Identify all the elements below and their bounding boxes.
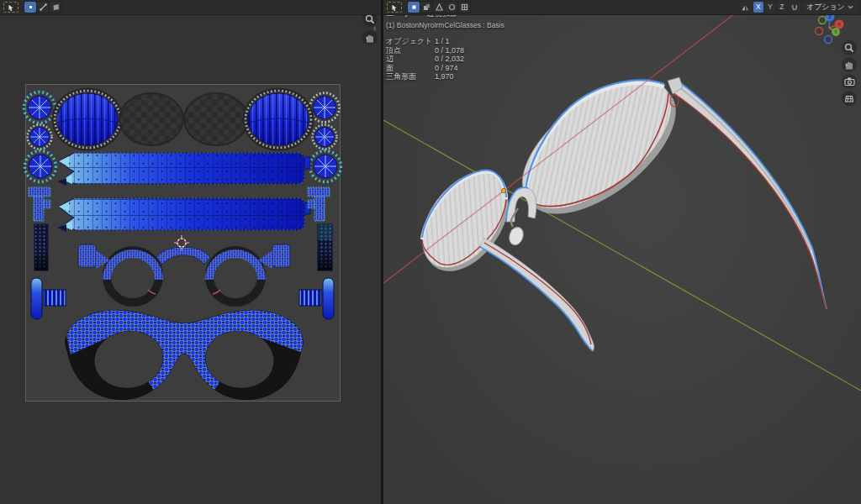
viewport-nav-gizmos xyxy=(842,40,857,106)
blender-window: ‹ xyxy=(0,0,861,504)
camera-icon[interactable] xyxy=(842,74,857,89)
right-temple-arm[interactable] xyxy=(673,81,827,309)
uv-select-mode-edge-button[interactable] xyxy=(37,2,49,13)
svg-text:Z: Z xyxy=(828,14,832,19)
uv-edge-select-icon xyxy=(40,3,47,11)
magnet-icon[interactable] xyxy=(789,2,800,13)
pan-icon[interactable] xyxy=(842,57,857,72)
viewport-mode-button-1[interactable] xyxy=(408,2,420,13)
gizmo-y-neg-axis[interactable] xyxy=(819,17,827,24)
mirror-x-toggle[interactable]: X xyxy=(753,2,763,13)
uv-transparent-lens[interactable] xyxy=(184,93,248,145)
viewport-canvas[interactable] xyxy=(383,0,861,504)
viewport-mode-group xyxy=(407,1,471,13)
uv-editor-header xyxy=(0,0,381,15)
options-dropdown[interactable]: オプション xyxy=(802,2,858,13)
perspective-icon[interactable] xyxy=(842,91,857,106)
tweak-cursor-icon xyxy=(390,3,399,12)
chevron-down-icon xyxy=(848,5,853,9)
toolbar-expand-chevron[interactable]: ‹ xyxy=(373,24,376,33)
uv-transparent-lens[interactable] xyxy=(119,93,183,145)
uv-editor-area: ‹ xyxy=(0,0,381,504)
mirror-z-toggle[interactable]: Z xyxy=(777,2,787,13)
uv-island-strip[interactable] xyxy=(34,224,48,270)
uv-select-mode-vertex-button[interactable] xyxy=(24,2,36,13)
mode-icon-2 xyxy=(423,3,430,11)
left-temple-arm[interactable] xyxy=(480,238,594,351)
uv-select-mode-face-button[interactable] xyxy=(50,2,61,13)
mode-icon-3 xyxy=(436,3,443,11)
uv-editor-type-button[interactable] xyxy=(3,2,18,13)
uv-island-temple-strip[interactable] xyxy=(57,198,310,232)
object-origin-dot xyxy=(501,188,505,192)
mirror-y-toggle[interactable]: Y xyxy=(765,2,775,13)
viewport-header-right: X Y Z オプション xyxy=(740,2,861,13)
uv-vertex-select-icon xyxy=(27,3,34,11)
mirror-icon[interactable] xyxy=(740,2,752,13)
zoom-icon[interactable] xyxy=(842,40,857,55)
uv-face-select-icon xyxy=(52,3,60,11)
tweak-cursor-icon xyxy=(7,3,15,12)
glasses-model[interactable] xyxy=(405,55,827,351)
mode-icon-4 xyxy=(448,3,456,11)
uv-island-strip[interactable] xyxy=(318,224,332,270)
svg-text:X: X xyxy=(837,22,841,27)
viewport-mode-button-3[interactable] xyxy=(433,2,445,13)
uv-island-lens[interactable] xyxy=(54,90,121,149)
uv-canvas[interactable] xyxy=(0,0,381,504)
uv-island-temple-strip[interactable] xyxy=(57,153,310,186)
gizmo-z-neg-axis[interactable] xyxy=(825,36,832,44)
viewport-3d: X Y Z オプション ユーザー・透視投影 (1) BostonNyroIrmC… xyxy=(383,0,861,504)
viewport-editor-type-button[interactable] xyxy=(387,2,402,13)
mode-icon-1 xyxy=(410,3,418,11)
viewport-mode-button-4[interactable] xyxy=(446,2,457,13)
svg-text:Y: Y xyxy=(834,29,837,34)
uv-select-mode-group xyxy=(24,1,62,13)
viewport-header: X Y Z オプション xyxy=(383,0,861,15)
gizmo-x-neg-axis[interactable] xyxy=(816,28,823,35)
uv-island-lens[interactable] xyxy=(245,90,312,149)
viewport-mode-button-5[interactable] xyxy=(458,2,470,13)
viewport-mode-button-2[interactable] xyxy=(420,2,432,13)
mode-icon-5 xyxy=(461,3,468,11)
